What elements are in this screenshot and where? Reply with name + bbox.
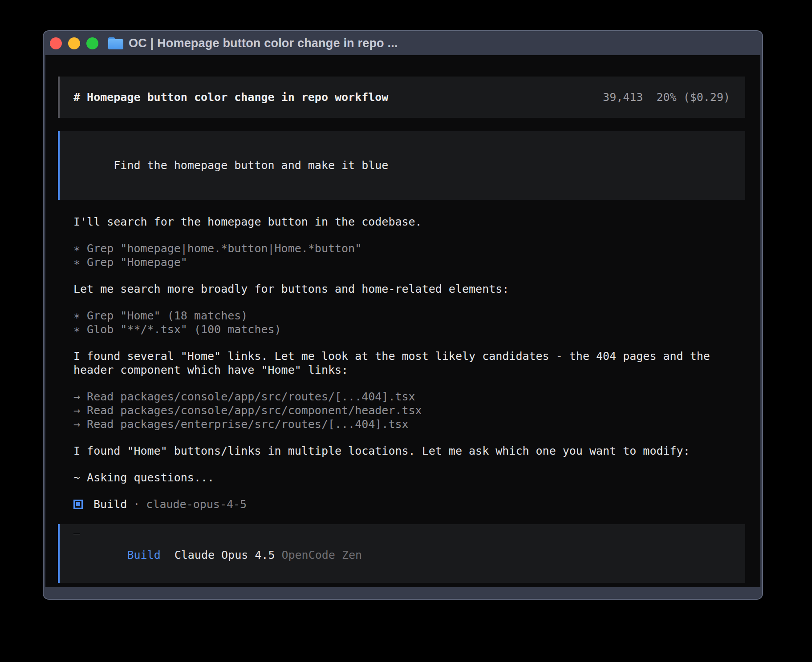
tool-call-line: ∗ Grep "homepage|home.*button|Home.*butt… — [73, 242, 745, 255]
tool-call-line: ∗ Grep "Homepage" — [73, 255, 745, 269]
file-read-line: → Read packages/console/app/src/routes/[… — [73, 390, 745, 404]
window-title: OC | Homepage button color change in rep… — [129, 36, 398, 50]
agent-name: Build — [93, 497, 127, 511]
provider-label: OpenCode Zen — [281, 549, 362, 561]
asking-questions-line: ~ Asking questions... — [73, 471, 745, 484]
minimize-button[interactable] — [68, 37, 80, 49]
tool-call-line: ∗ Grep "Home" (18 matches) — [73, 309, 745, 323]
terminal-content: # Homepage button color change in repo w… — [45, 55, 760, 587]
token-count: 39,413 — [603, 91, 643, 104]
assistant-status-block: ~ Asking questions... — [73, 471, 745, 484]
assistant-text-line: Let me search more broadly for buttons a… — [73, 282, 745, 296]
traffic-lights — [50, 37, 98, 49]
file-read-line: → Read packages/enterprise/src/routes/[.… — [73, 417, 745, 431]
assistant-transcript: I'll search for the homepage button in t… — [58, 215, 745, 511]
separator-dot: · — [133, 497, 140, 511]
assistant-text-block: I'll search for the homepage button in t… — [73, 215, 745, 229]
prompt-input[interactable]: BuildClaude Opus 4.5OpenCode Zen — [58, 524, 745, 583]
zoom-button[interactable] — [86, 37, 98, 49]
agent-mode-label: Build — [127, 549, 160, 561]
session-stats: 39,41320% ($0.29) — [603, 90, 730, 104]
user-message: Find the homepage button and make it blu… — [58, 131, 745, 200]
tool-call-block: ∗ Grep "Home" (18 matches) ∗ Glob "**/*.… — [73, 309, 745, 336]
agent-status-line: Build · claude-opus-4-5 — [73, 497, 745, 511]
input-meta-row: BuildClaude Opus 4.5OpenCode Zen — [73, 534, 732, 576]
session-header: # Homepage button color change in repo w… — [58, 77, 745, 118]
folder-icon — [108, 37, 123, 49]
window-bottom-strip — [44, 587, 762, 599]
context-usage: 20% ($0.29) — [656, 91, 730, 104]
close-button[interactable] — [50, 37, 62, 49]
assistant-text-line: I'll search for the homepage button in t… — [73, 215, 745, 229]
terminal-window: OC | Homepage button color change in rep… — [43, 30, 763, 600]
titlebar: OC | Homepage button color change in rep… — [44, 31, 762, 55]
assistant-text-line: I found "Home" buttons/links in multiple… — [73, 444, 745, 458]
assistant-text-line: header component which have "Home" links… — [73, 363, 745, 377]
file-read-line: → Read packages/console/app/src/componen… — [73, 404, 745, 417]
user-message-text: Find the homepage button and make it blu… — [114, 159, 388, 172]
session-title: # Homepage button color change in repo w… — [73, 90, 388, 104]
assistant-text-block: I found several "Home" links. Let me loo… — [73, 349, 745, 377]
agent-badge-icon — [73, 500, 83, 509]
assistant-text-block: I found "Home" buttons/links in multiple… — [73, 444, 745, 458]
model-label: Claude Opus 4.5 — [175, 549, 275, 561]
assistant-text-line: I found several "Home" links. Let me loo… — [73, 349, 745, 363]
tool-call-block: ∗ Grep "homepage|home.*button|Home.*butt… — [73, 242, 745, 269]
assistant-text-block: Let me search more broadly for buttons a… — [73, 282, 745, 296]
agent-model: claude-opus-4-5 — [146, 497, 247, 511]
tool-call-line: ∗ Glob "**/*.tsx" (100 matches) — [73, 323, 745, 336]
tool-call-block: → Read packages/console/app/src/routes/[… — [73, 390, 745, 431]
